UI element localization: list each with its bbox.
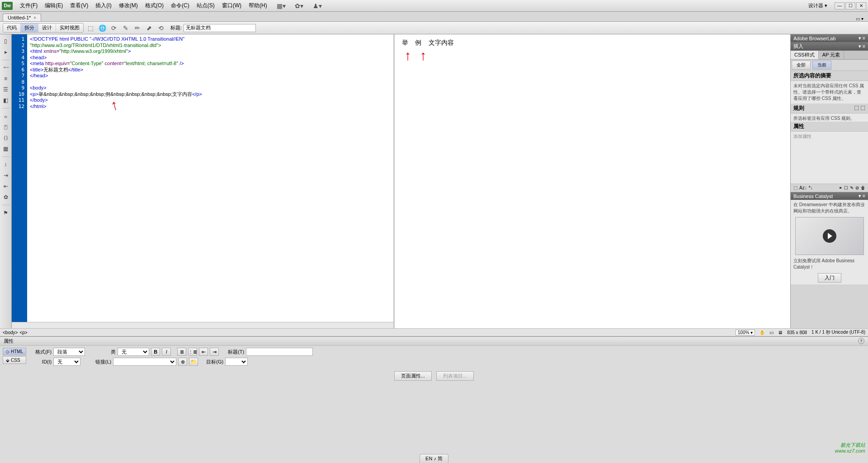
code-editor[interactable]: <!DOCTYPE html PUBLIC "-//W3C//DTD XHTML… [27, 34, 393, 328]
wrap-tag-icon[interactable]: ⟨⟩ [2, 134, 10, 142]
status-dims: 835 x 808 [787, 330, 807, 335]
page-props-button[interactable]: 页面属性... [394, 371, 432, 381]
highlight-icon[interactable]: ◧ [2, 96, 10, 104]
css-add-prop[interactable]: 添加属性 [791, 132, 868, 140]
prop-title-input[interactable] [246, 348, 313, 356]
title-input[interactable] [184, 24, 256, 32]
zoom-select[interactable]: 100% ▾ [736, 330, 755, 335]
az-icon[interactable]: Az↓ [799, 185, 807, 190]
prop-target-select[interactable] [225, 358, 248, 366]
code-scrollbar-x[interactable] [12, 322, 393, 328]
menu-help[interactable]: 帮助(H) [245, 2, 271, 9]
ol-button[interactable]: ⋮≣ [188, 348, 197, 356]
language-bar[interactable]: EN ♪ 简 [420, 454, 448, 463]
outdent-button[interactable]: ⇤ [199, 348, 208, 356]
refresh-icon[interactable]: ⟳ [109, 24, 118, 33]
prop-mode-css[interactable]: ⬙ CSS [3, 356, 26, 364]
panel-insert[interactable]: 插入▾ ≡ [791, 42, 868, 51]
indent-button[interactable]: ⇥ [210, 348, 219, 356]
new-icon[interactable]: ☐ [844, 185, 848, 190]
css-props-title: 属性 [791, 122, 868, 132]
line-num-icon[interactable]: ☰ [2, 85, 10, 94]
prop-mode-html[interactable]: ◇ HTML [3, 348, 26, 355]
browse-icon[interactable]: 📁 [189, 358, 198, 366]
indent-icon[interactable]: ⇥ [2, 171, 10, 180]
view-split-button[interactable]: 拆分 [21, 24, 38, 32]
balance-icon[interactable]: ≡ [2, 75, 10, 83]
tool4-icon[interactable]: ✎ [121, 24, 130, 33]
prop-class-select[interactable]: 无 [118, 348, 149, 356]
inspect-icon[interactable]: ⬚ [86, 24, 95, 33]
tab-ap-elements[interactable]: AP 元素 [819, 51, 844, 59]
edit2-icon[interactable]: ✎ [850, 185, 854, 190]
view-live-button[interactable]: 实时视图 [56, 24, 83, 32]
screen-icon[interactable]: 🖥 [778, 330, 783, 335]
prop-id-select[interactable]: 无 [53, 358, 80, 366]
open-docs-icon[interactable]: ▯ [2, 37, 10, 45]
main-area: ▯ ▸ ⬳ ≡ ☰ ◧ ⍝ ⍞ ⟨⟩ ▦ ↕ ⇥ ⇤ ✿ ⚑ 123456789… [0, 34, 868, 328]
select-icon[interactable]: ▭ [769, 330, 774, 335]
prop-link-select[interactable] [113, 358, 176, 366]
collapse-icon[interactable]: ▸ [2, 48, 10, 56]
apply-comment-icon[interactable]: ⍝ [2, 112, 10, 120]
props-bottom-buttons: 页面属性... 列表项目... [0, 369, 868, 383]
disable-icon[interactable]: ⊘ [855, 185, 859, 190]
css-all-button[interactable]: 全部 [792, 61, 811, 70]
tab-css-styles[interactable]: CSS样式 [791, 51, 819, 59]
format-icon[interactable]: ✿ [2, 193, 10, 201]
site-icon[interactable]: ♟▾ [313, 1, 322, 10]
menu-view[interactable]: 查看(V) [66, 2, 92, 9]
workspace-dropdown[interactable]: 设计器 ▾ [805, 2, 831, 9]
extend-icon[interactable]: ✿▾ [295, 1, 304, 10]
bc-preview-image [795, 217, 864, 255]
point-to-file-icon[interactable]: ⊕ [178, 358, 187, 366]
view-design-button[interactable]: 设计 [38, 24, 56, 32]
tool5-icon[interactable]: ✏ [133, 24, 142, 33]
window-controls: — ☐ ✕ [835, 2, 866, 9]
menu-extra-icons: ▦▾ ✿▾ ♟▾ [275, 1, 323, 10]
css-icon1[interactable]: ⬚ [793, 185, 797, 190]
menu-commands[interactable]: 命令(C) [167, 2, 193, 9]
prop-format-select[interactable]: 段落 [53, 348, 85, 356]
layout-icon[interactable]: ▦▾ [277, 1, 286, 10]
menu-file[interactable]: 文件(F) [16, 2, 41, 9]
panel-browserlab[interactable]: Adobe BrowserLab▾ ≡ [791, 34, 868, 42]
bc-start-button[interactable]: 入门 [818, 273, 841, 283]
hand-icon[interactable]: ✋ [760, 330, 765, 335]
move-icon[interactable]: ↕ [2, 161, 10, 169]
ul-button[interactable]: ≣ [177, 348, 186, 356]
menu-window[interactable]: 窗口(W) [218, 2, 245, 9]
select-parent-icon[interactable]: ⬳ [2, 64, 10, 72]
trash-icon[interactable]: 🗑 [861, 185, 865, 190]
help-icon[interactable]: ? [858, 338, 864, 344]
syntax-icon[interactable]: ⚑ [2, 209, 10, 217]
panel-business-catalyst[interactable]: Business Catalyst▾ ≡ [791, 192, 868, 200]
menu-insert[interactable]: 插入(I) [92, 2, 115, 9]
preview-pane[interactable]: 举 例 文字内容 ↑ ↑ [395, 34, 791, 328]
recent-snippets-icon[interactable]: ▦ [2, 145, 10, 153]
menu-format[interactable]: 格式(O) [142, 2, 167, 9]
tag-body[interactable]: <body> [3, 330, 18, 335]
view-code-button[interactable]: 代码 [3, 24, 21, 32]
link-icon[interactable]: ⚭ [839, 185, 842, 190]
close-icon[interactable]: × [33, 15, 36, 20]
maximize-button[interactable]: ☐ [845, 2, 855, 9]
css-summary-body: 未对当前选定内容应用任何 CSS 属性。请选择一个带样式的元素，查看应用了哪些 … [791, 81, 868, 104]
minimize-button[interactable]: — [835, 2, 844, 9]
bold-button[interactable]: B [151, 348, 160, 356]
document-tab[interactable]: Untitled-1* × [3, 14, 41, 21]
menu-site[interactable]: 站点(S) [193, 2, 218, 9]
italic-button[interactable]: I [162, 348, 171, 356]
tool7-icon[interactable]: ⟲ [156, 24, 165, 33]
tool6-icon[interactable]: ⬈ [145, 24, 154, 33]
css-current-button[interactable]: 当前 [812, 61, 831, 70]
close-button[interactable]: ✕ [856, 2, 866, 9]
outdent-icon[interactable]: ⇤ [2, 182, 10, 190]
css-icon3[interactable]: *↓ [809, 185, 813, 190]
properties-title[interactable]: 属性 ? [0, 337, 868, 346]
remove-comment-icon[interactable]: ⍞ [2, 123, 10, 131]
menu-modify[interactable]: 修改(M) [115, 2, 142, 9]
menu-edit[interactable]: 编辑(E) [41, 2, 66, 9]
globe-icon[interactable]: 🌐 [98, 24, 107, 33]
tag-p[interactable]: <p> [19, 330, 27, 335]
